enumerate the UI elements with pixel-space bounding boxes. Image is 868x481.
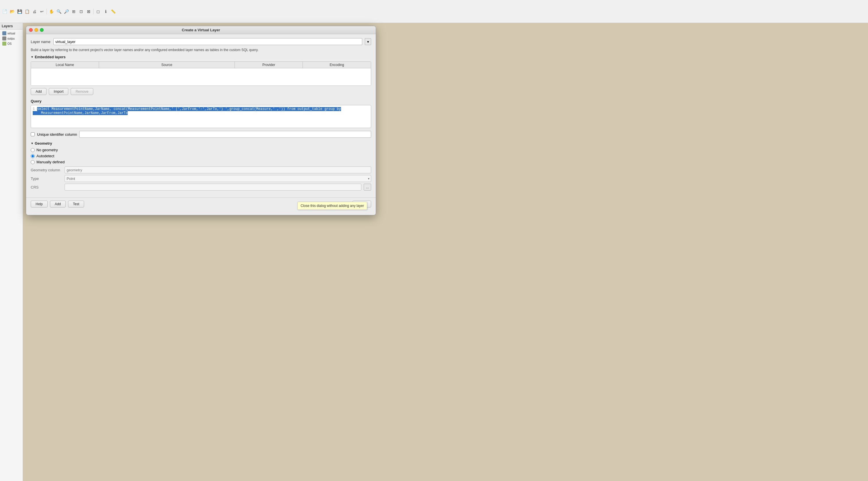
table-header: Local Name Source Provider Encoding [31,62,371,68]
undo-icon[interactable]: ↩ [38,8,45,15]
identify-icon[interactable]: ℹ [102,8,109,15]
test-button[interactable]: Test [68,201,84,207]
geometry-header: ▼ Geometry [31,141,371,146]
table-body [31,68,371,86]
new-project-icon[interactable]: 📄 [1,8,8,15]
query-editor[interactable]: 1select MeasurementPointName,JarName, co… [31,105,371,128]
layer-icon-output [2,36,6,40]
dialog-body: Layer name ▾ Build a layer by referring … [26,34,376,197]
embedded-buttons-row: Add Import Remove [31,88,371,95]
zoom-out-icon[interactable]: 🔎 [63,8,70,15]
autodetect-radio[interactable] [31,154,35,158]
save-project-icon[interactable]: 💾 [16,8,23,15]
embedded-layers-header: ▼ Embedded layers [31,55,371,59]
no-geometry-radio[interactable] [31,148,35,152]
col-encoding: Encoding [303,62,371,68]
manually-defined-radio[interactable] [31,160,35,164]
query-label: Query [31,99,371,103]
zoom-full-icon[interactable]: ⊞ [70,8,77,15]
unique-id-label: Unique identifier column [37,132,77,137]
type-row: Type Point LineString Polygon ▾ [31,175,371,182]
dialog-title: Create a Virtual Layer [182,28,220,32]
dialog-overlay: Create a Virtual Layer Layer name ▾ Buil… [23,23,868,481]
layer-name-output: outpu [7,37,14,40]
help-button[interactable]: Help [31,201,48,207]
no-geometry-label: No geometry [36,148,58,152]
add-embedded-button[interactable]: Add [31,88,46,95]
close-button-traffic-light[interactable] [29,28,33,32]
zoom-selection-icon[interactable]: ⊠ [85,8,92,15]
zoom-in-icon[interactable]: 🔍 [55,8,62,15]
layer-name-input[interactable] [53,38,362,45]
save-as-icon[interactable]: 📋 [24,8,30,15]
unique-id-row: Unique identifier column [31,131,371,138]
titlebar-buttons [29,28,43,32]
no-geometry-row: No geometry [31,148,371,152]
pan-icon[interactable]: ✋ [48,8,55,15]
query-text: select MeasurementPointName,JarName, con… [33,107,341,115]
print-icon[interactable]: 🖨 [31,8,38,15]
col-local-name: Local Name [31,62,99,68]
manually-defined-row: Manually defined [31,160,371,164]
select-icon[interactable]: ◻ [95,8,102,15]
line-number-1: 1 [33,107,35,111]
type-select[interactable]: Point LineString Polygon [65,175,371,182]
minimize-button[interactable] [34,28,38,32]
col-source: Source [99,62,235,68]
layer-icon-os [2,42,6,45]
layer-name-dropdown-btn[interactable]: ▾ [365,38,371,45]
geometry-label: Geometry [35,141,52,146]
layer-icon-virtual [2,31,6,35]
crs-label: CRS [31,185,62,189]
geometry-section: No geometry Autodetect Manually defined … [31,148,371,191]
layer-name-row: Layer name ▾ [31,38,371,45]
dialog-titlebar: Create a Virtual Layer [26,26,376,34]
sep2 [93,9,94,14]
zoom-layer-icon[interactable]: ⊡ [78,8,85,15]
layer-item-os[interactable]: OS [1,41,22,46]
embedded-table: Local Name Source Provider Encoding [31,61,371,86]
unique-id-input[interactable] [79,131,371,138]
manually-defined-label: Manually defined [36,160,65,164]
geometry-column-label: Geometry column [31,168,62,172]
autodetect-row: Autodetect [31,154,371,158]
layers-panel: Layers virtual outpu OS [0,23,23,481]
layer-name-os: OS [7,42,11,45]
layers-panel-header: Layers [0,23,23,30]
unique-id-checkbox[interactable] [31,132,35,136]
measure-icon[interactable]: 📏 [110,8,117,15]
col-provider: Provider [235,62,303,68]
type-select-wrapper: Point LineString Polygon ▾ [65,175,371,182]
build-description: Build a layer by referring to the curren… [31,48,371,52]
layer-item-virtual[interactable]: virtual [1,31,22,36]
virtual-layer-dialog: Create a Virtual Layer Layer name ▾ Buil… [26,26,376,215]
geometry-fields: Geometry column Type Point LineString Po… [31,166,371,191]
close-tooltip: Close this dialog without adding any lay… [298,202,367,210]
geometry-column-row: Geometry column [31,166,371,173]
main-toolbar: 📄 📂 💾 📋 🖨 ↩ ✋ 🔍 🔎 ⊞ ⊡ ⊠ ◻ ℹ 📏 [0,0,868,23]
layer-item-output[interactable]: outpu [1,36,22,41]
open-project-icon[interactable]: 📂 [9,8,16,15]
autodetect-label: Autodetect [36,154,54,158]
add-layer-button[interactable]: Add [50,201,66,207]
import-button[interactable]: Import [49,88,68,95]
embedded-collapse-arrow[interactable]: ▼ [31,55,34,59]
crs-row: CRS … [31,184,371,191]
crs-input[interactable] [65,184,361,191]
geometry-column-input[interactable] [65,166,371,173]
maximize-button[interactable] [40,28,43,32]
layer-name-virtual: virtual [7,32,15,35]
layers-list: virtual outpu OS [0,30,23,47]
toolbar-icons: 📄 📂 💾 📋 🖨 ↩ ✋ 🔍 🔎 ⊞ ⊡ ⊠ ◻ ℹ 📏 [1,8,117,15]
remove-button[interactable]: Remove [71,88,93,95]
type-label: Type [31,177,62,181]
layer-name-label: Layer name [31,40,51,44]
geometry-collapse-arrow[interactable]: ▼ [31,142,34,145]
crs-button[interactable]: … [364,184,371,191]
sep1 [46,9,47,14]
embedded-layers-label: Embedded layers [35,55,66,59]
